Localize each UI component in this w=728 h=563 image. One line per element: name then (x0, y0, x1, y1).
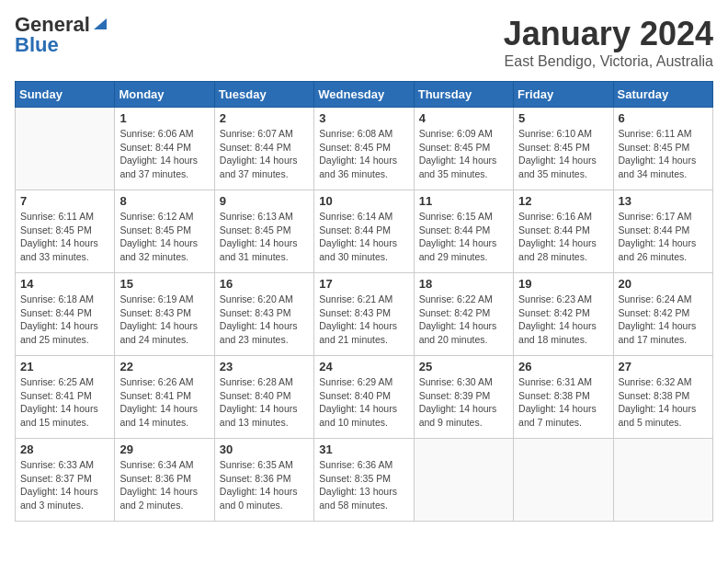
calendar-cell: 15Sunrise: 6:19 AM Sunset: 8:43 PM Dayli… (115, 273, 214, 356)
day-info: Sunrise: 6:07 AM Sunset: 8:44 PM Dayligh… (220, 127, 309, 181)
day-number: 4 (419, 111, 508, 125)
day-number: 27 (619, 360, 708, 373)
day-number: 25 (419, 360, 508, 373)
day-info: Sunrise: 6:29 AM Sunset: 8:40 PM Dayligh… (319, 375, 408, 430)
day-info: Sunrise: 6:14 AM Sunset: 8:44 PM Dayligh… (319, 210, 408, 264)
calendar-cell: 9Sunrise: 6:13 AM Sunset: 8:45 PM Daylig… (214, 190, 313, 273)
day-number: 8 (119, 194, 209, 208)
day-info: Sunrise: 6:11 AM Sunset: 8:45 PM Dayligh… (619, 127, 708, 181)
calendar-cell (613, 439, 712, 522)
day-number: 1 (119, 111, 209, 125)
day-info: Sunrise: 6:11 AM Sunset: 8:45 PM Dayligh… (20, 210, 109, 264)
day-info: Sunrise: 6:23 AM Sunset: 8:42 PM Dayligh… (518, 293, 608, 347)
day-number: 21 (20, 360, 109, 373)
day-info: Sunrise: 6:32 AM Sunset: 8:38 PM Dayligh… (619, 375, 708, 430)
day-header-wednesday: Wednesday (314, 82, 414, 108)
day-info: Sunrise: 6:33 AM Sunset: 8:37 PM Dayligh… (20, 458, 109, 512)
day-info: Sunrise: 6:26 AM Sunset: 8:41 PM Dayligh… (119, 375, 209, 430)
calendar-cell: 26Sunrise: 6:31 AM Sunset: 8:38 PM Dayli… (514, 356, 613, 439)
day-info: Sunrise: 6:21 AM Sunset: 8:43 PM Dayligh… (319, 293, 408, 347)
day-number: 9 (220, 194, 309, 208)
day-number: 26 (518, 360, 608, 373)
calendar-cell: 20Sunrise: 6:24 AM Sunset: 8:42 PM Dayli… (613, 273, 712, 356)
day-number: 16 (220, 277, 309, 291)
calendar-cell: 18Sunrise: 6:22 AM Sunset: 8:42 PM Dayli… (414, 273, 513, 356)
day-number: 28 (20, 442, 109, 456)
day-info: Sunrise: 6:19 AM Sunset: 8:43 PM Dayligh… (119, 293, 209, 347)
day-header-thursday: Thursday (414, 82, 513, 108)
day-info: Sunrise: 6:16 AM Sunset: 8:44 PM Dayligh… (518, 210, 608, 264)
calendar-cell: 28Sunrise: 6:33 AM Sunset: 8:37 PM Dayli… (16, 439, 115, 522)
day-info: Sunrise: 6:08 AM Sunset: 8:45 PM Dayligh… (319, 127, 408, 181)
calendar-cell (414, 439, 513, 522)
calendar-table: SundayMondayTuesdayWednesdayThursdayFrid… (15, 81, 713, 522)
week-row-2: 7Sunrise: 6:11 AM Sunset: 8:45 PM Daylig… (16, 190, 713, 273)
day-header-sunday: Sunday (16, 82, 115, 108)
day-info: Sunrise: 6:28 AM Sunset: 8:40 PM Dayligh… (220, 375, 309, 430)
day-info: Sunrise: 6:06 AM Sunset: 8:44 PM Dayligh… (119, 127, 209, 181)
calendar-cell: 31Sunrise: 6:36 AM Sunset: 8:35 PM Dayli… (314, 439, 414, 522)
day-info: Sunrise: 6:10 AM Sunset: 8:45 PM Dayligh… (518, 127, 608, 181)
day-header-saturday: Saturday (613, 82, 712, 108)
day-number: 30 (220, 442, 309, 456)
calendar-cell: 23Sunrise: 6:28 AM Sunset: 8:40 PM Dayli… (214, 356, 313, 439)
day-number: 13 (619, 194, 708, 208)
calendar-cell: 24Sunrise: 6:29 AM Sunset: 8:40 PM Dayli… (314, 356, 414, 439)
calendar-cell: 12Sunrise: 6:16 AM Sunset: 8:44 PM Dayli… (514, 190, 613, 273)
svg-marker-0 (94, 18, 107, 29)
day-number: 19 (518, 277, 608, 291)
day-info: Sunrise: 6:25 AM Sunset: 8:41 PM Dayligh… (20, 375, 109, 430)
calendar-cell: 4Sunrise: 6:09 AM Sunset: 8:45 PM Daylig… (414, 108, 513, 190)
calendar-cell: 7Sunrise: 6:11 AM Sunset: 8:45 PM Daylig… (16, 190, 115, 273)
day-info: Sunrise: 6:35 AM Sunset: 8:36 PM Dayligh… (220, 458, 309, 512)
subtitle: East Bendigo, Victoria, Australia (504, 53, 713, 70)
day-header-monday: Monday (115, 82, 214, 108)
day-info: Sunrise: 6:18 AM Sunset: 8:44 PM Dayligh… (20, 293, 109, 347)
calendar-cell: 6Sunrise: 6:11 AM Sunset: 8:45 PM Daylig… (613, 108, 712, 190)
calendar-cell: 19Sunrise: 6:23 AM Sunset: 8:42 PM Dayli… (514, 273, 613, 356)
day-info: Sunrise: 6:13 AM Sunset: 8:45 PM Dayligh… (220, 210, 309, 264)
week-row-5: 28Sunrise: 6:33 AM Sunset: 8:37 PM Dayli… (16, 439, 713, 522)
day-info: Sunrise: 6:30 AM Sunset: 8:39 PM Dayligh… (419, 375, 508, 430)
day-info: Sunrise: 6:31 AM Sunset: 8:38 PM Dayligh… (518, 375, 608, 430)
day-number: 14 (20, 277, 109, 291)
logo-blue: Blue (15, 35, 59, 55)
day-number: 2 (220, 111, 309, 125)
day-number: 12 (518, 194, 608, 208)
day-number: 15 (119, 277, 209, 291)
calendar-cell: 27Sunrise: 6:32 AM Sunset: 8:38 PM Dayli… (613, 356, 712, 439)
day-info: Sunrise: 6:09 AM Sunset: 8:45 PM Dayligh… (419, 127, 508, 181)
day-info: Sunrise: 6:15 AM Sunset: 8:44 PM Dayligh… (419, 210, 508, 264)
calendar-cell: 2Sunrise: 6:07 AM Sunset: 8:44 PM Daylig… (214, 108, 313, 190)
calendar-cell: 10Sunrise: 6:14 AM Sunset: 8:44 PM Dayli… (314, 190, 414, 273)
calendar-cell: 17Sunrise: 6:21 AM Sunset: 8:43 PM Dayli… (314, 273, 414, 356)
calendar-cell: 11Sunrise: 6:15 AM Sunset: 8:44 PM Dayli… (414, 190, 513, 273)
calendar-cell: 22Sunrise: 6:26 AM Sunset: 8:41 PM Dayli… (115, 356, 214, 439)
calendar-cell (514, 439, 613, 522)
week-row-1: 1Sunrise: 6:06 AM Sunset: 8:44 PM Daylig… (16, 108, 713, 190)
day-number: 11 (419, 194, 508, 208)
day-number: 17 (319, 277, 408, 291)
calendar-cell: 25Sunrise: 6:30 AM Sunset: 8:39 PM Dayli… (414, 356, 513, 439)
calendar-cell: 13Sunrise: 6:17 AM Sunset: 8:44 PM Dayli… (613, 190, 712, 273)
day-header-tuesday: Tuesday (214, 82, 313, 108)
calendar-cell (16, 108, 115, 190)
calendar-cell: 8Sunrise: 6:12 AM Sunset: 8:45 PM Daylig… (115, 190, 214, 273)
header: General Blue January 2024 East Bendigo, … (15, 15, 713, 70)
day-info: Sunrise: 6:17 AM Sunset: 8:44 PM Dayligh… (619, 210, 708, 264)
calendar-cell: 21Sunrise: 6:25 AM Sunset: 8:41 PM Dayli… (16, 356, 115, 439)
calendar-cell: 5Sunrise: 6:10 AM Sunset: 8:45 PM Daylig… (514, 108, 613, 190)
day-info: Sunrise: 6:22 AM Sunset: 8:42 PM Dayligh… (419, 293, 508, 347)
day-number: 20 (619, 277, 708, 291)
day-header-friday: Friday (514, 82, 613, 108)
week-row-4: 21Sunrise: 6:25 AM Sunset: 8:41 PM Dayli… (16, 356, 713, 439)
day-number: 7 (20, 194, 109, 208)
week-row-3: 14Sunrise: 6:18 AM Sunset: 8:44 PM Dayli… (16, 273, 713, 356)
day-info: Sunrise: 6:36 AM Sunset: 8:35 PM Dayligh… (319, 458, 408, 512)
day-info: Sunrise: 6:12 AM Sunset: 8:45 PM Dayligh… (119, 210, 209, 264)
day-number: 31 (319, 442, 408, 456)
day-number: 24 (319, 360, 408, 373)
day-number: 10 (319, 194, 408, 208)
day-number: 18 (419, 277, 508, 291)
calendar-cell: 16Sunrise: 6:20 AM Sunset: 8:43 PM Dayli… (214, 273, 313, 356)
